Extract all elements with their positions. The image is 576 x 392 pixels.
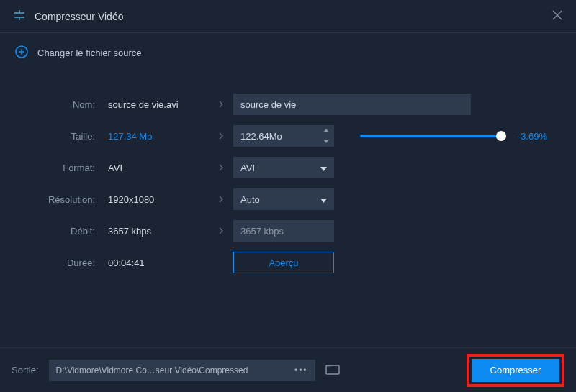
bitrate-label: Débit: bbox=[29, 226, 108, 237]
close-button[interactable] bbox=[552, 9, 563, 23]
duration-value: 00:04:41 bbox=[108, 257, 209, 268]
chevron-down-icon bbox=[320, 194, 327, 205]
size-label: Taille: bbox=[29, 131, 108, 142]
bitrate-target: 3657 kbps bbox=[233, 220, 334, 242]
output-path: D:\Vidmore\Vidmore Co…seur Vidéo\Compres… bbox=[56, 365, 248, 375]
size-slider[interactable] bbox=[360, 135, 501, 137]
arrow-icon bbox=[209, 132, 233, 140]
resolution-select[interactable]: Auto bbox=[233, 188, 334, 210]
format-selected: AVI bbox=[240, 163, 255, 173]
format-label: Format: bbox=[29, 163, 108, 173]
name-input[interactable] bbox=[233, 94, 471, 115]
svg-marker-11 bbox=[320, 167, 327, 171]
size-value: 127.34 Mo bbox=[108, 131, 209, 142]
size-up-button[interactable] bbox=[318, 125, 334, 136]
output-path-box[interactable]: D:\Vidmore\Vidmore Co…seur Vidéo\Compres… bbox=[49, 360, 315, 381]
resolution-selected: Auto bbox=[240, 194, 260, 205]
resolution-label: Résolution: bbox=[29, 194, 108, 205]
size-spinner[interactable]: 122.64Mo bbox=[233, 125, 334, 147]
size-down-button[interactable] bbox=[318, 136, 334, 147]
size-percent: -3.69% bbox=[511, 131, 547, 142]
name-value: source de vie.avi bbox=[108, 99, 209, 110]
add-source-icon[interactable] bbox=[14, 45, 29, 61]
open-folder-button[interactable] bbox=[325, 363, 340, 377]
arrow-icon bbox=[209, 163, 233, 172]
compress-button[interactable]: Compresser bbox=[472, 359, 559, 382]
app-icon bbox=[13, 9, 26, 24]
name-label: Nom: bbox=[29, 99, 108, 110]
arrow-icon bbox=[209, 227, 233, 235]
format-select[interactable]: AVI bbox=[233, 157, 334, 178]
chevron-down-icon bbox=[320, 163, 327, 173]
svg-marker-12 bbox=[320, 199, 327, 203]
svg-marker-9 bbox=[323, 129, 329, 132]
window-title: Compresseur Vidéo bbox=[35, 11, 123, 22]
output-label: Sortie: bbox=[12, 365, 39, 375]
highlight-box: Compresser bbox=[467, 354, 564, 387]
arrow-icon bbox=[209, 100, 233, 109]
svg-marker-10 bbox=[323, 140, 329, 143]
bitrate-value: 3657 kbps bbox=[108, 226, 209, 237]
preview-button[interactable]: Aperçu bbox=[233, 252, 334, 273]
browse-button[interactable]: ••• bbox=[290, 365, 308, 375]
resolution-value: 1920x1080 bbox=[108, 194, 209, 205]
arrow-icon bbox=[209, 195, 233, 204]
size-target: 122.64Mo bbox=[233, 131, 318, 142]
format-value: AVI bbox=[108, 163, 209, 173]
duration-label: Durée: bbox=[29, 257, 108, 268]
slider-thumb[interactable] bbox=[496, 131, 506, 141]
change-source-label[interactable]: Changer le fichier source bbox=[37, 47, 142, 58]
